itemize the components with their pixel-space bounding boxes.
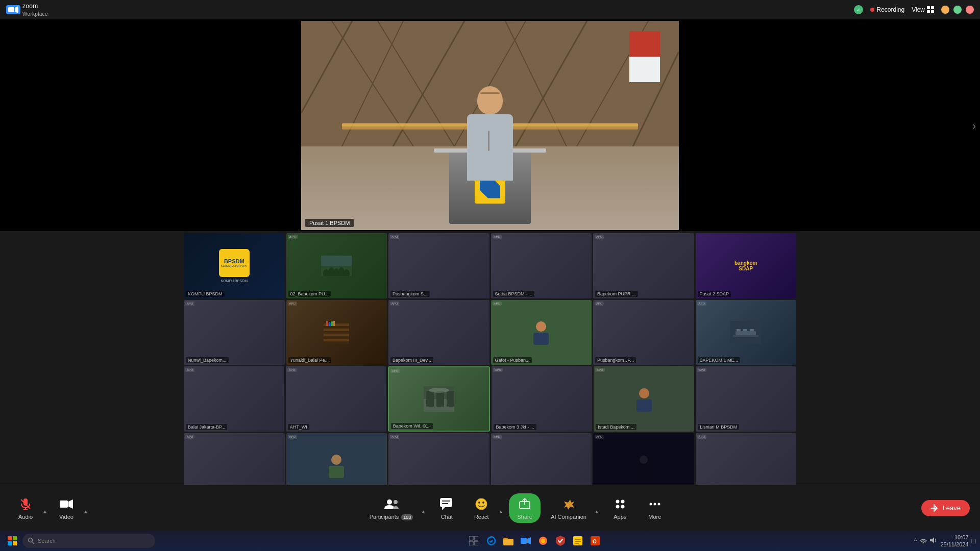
svg-rect-35 [733,335,758,337]
date-display: 25/11/2024 [940,541,968,548]
toolbar-right: Leave [921,500,970,516]
close-button[interactable]: × [966,6,974,14]
windows-taskbar: Search [0,531,980,551]
svg-rect-46 [636,399,652,412]
leave-label: Leave [943,504,961,512]
participants-count: 103 [401,514,413,520]
thumb-bapekom-pu[interactable]: APU 02_Bapekom PU... [286,233,387,298]
view-button[interactable]: View [912,6,934,13]
thumb-istadi[interactable]: APU Istadi Bapekom ... [594,366,694,432]
svg-rect-81 [474,536,478,540]
apps-label: Apps [614,514,626,520]
svg-rect-28 [329,322,330,326]
svg-point-64 [478,502,480,504]
antivirus-icon[interactable] [553,534,568,548]
task-view-button[interactable] [467,534,481,548]
thumb-bapekom-pupr[interactable]: APU Bapekom PUPR ... [593,233,694,298]
thumb-label: Bapekom III_Dev... [390,357,433,363]
participants-caret[interactable]: ▲ [419,505,427,524]
thumb-label: Pusbangkom S... [390,291,430,297]
leave-button[interactable]: Leave [921,500,970,516]
thumb-label: KOMPU BPSDM [186,291,225,297]
svg-marker-56 [68,499,73,509]
svg-rect-27 [326,321,328,326]
file-explorer-icon[interactable] [501,534,516,548]
svg-rect-83 [474,541,478,545]
next-page-arrow[interactable]: › [972,119,976,131]
apps-button[interactable]: Apps [605,492,635,524]
thumb-yunaldi[interactable]: APU Yunaldi_Balai Pe... [286,300,387,365]
svg-rect-29 [331,321,333,326]
react-caret[interactable]: ▲ [497,505,505,524]
svg-point-72 [653,503,656,505]
ai-companion-caret[interactable]: ▲ [593,505,601,524]
audio-label: Audio [18,514,33,520]
participants-button[interactable]: Participants 103 [363,492,420,524]
audio-caret[interactable]: ▲ [41,505,49,524]
system-tray: ^ 10:07 25/11/2024 □ [914,534,976,548]
thumb-bpsdm-main[interactable]: BPSDM KEMENTERIAN PUPR KOMPU BPSDM KOMPU… [184,233,285,298]
more-icon [647,496,663,512]
video-label: Video [59,514,74,520]
thumb-setba-bpsdm[interactable]: APU Setba BPSDM - ... [491,233,592,298]
toolbar-left: Audio ▲ Video ▲ [10,492,112,524]
thumb-bapekom-wil-ix[interactable]: APU Bapekom Wil. IX... [388,366,491,432]
participants-label: Participants 103 [370,514,413,520]
svg-point-63 [476,498,487,510]
thumb-pusat2-sdap[interactable]: bangkomSDAP Pusat 2 SDAP [696,233,797,298]
chevron-up-icon[interactable]: ^ [914,537,917,544]
thumb-aht-wi[interactable]: APU AHT_WI [286,366,386,432]
window-controls: − □ × [941,6,974,14]
svg-rect-38 [750,329,754,331]
taskbar-search-bar[interactable]: Search [22,534,155,548]
sticky-notes-icon[interactable] [571,534,585,548]
participants-icon [384,496,399,512]
video-icon [59,496,74,512]
audio-btn-group: Audio ▲ [10,492,49,524]
start-button[interactable] [4,533,20,549]
share-icon [517,496,532,512]
volume-icon[interactable] [930,537,937,545]
thumb-balai-jakarta[interactable]: APU Balai Jakarta-BP... [184,366,284,432]
office-icon[interactable]: O [588,534,602,548]
taskbar-icons: O [467,534,602,548]
speaker-figure [454,86,526,188]
video-caret[interactable]: ▲ [82,505,90,524]
ai-companion-label: AI Companion [551,514,586,520]
chat-button[interactable]: Chat [431,492,462,524]
zoom-logo: zoom Workplace [6,2,48,17]
thumb-pusbangkom-s[interactable]: APU Pusbangkom S... [388,233,489,298]
more-button[interactable]: More [640,492,670,524]
thumb-bapekom3-jkt[interactable]: APU Bapekom 3 Jkt - ... [492,366,592,432]
audio-button[interactable]: Audio [10,492,41,524]
svg-rect-0 [8,7,14,12]
thumb-label: Istadi Bapekom ... [596,424,636,430]
share-button[interactable]: Share [509,493,541,523]
firefox-icon[interactable] [536,534,550,548]
react-button[interactable]: React [466,492,497,524]
clock[interactable]: 10:07 25/11/2024 [940,534,968,548]
svg-rect-48 [329,466,344,478]
zoom-taskbar-icon[interactable] [519,534,533,548]
thumb-bapekom1-me[interactable]: APU BAPEKOM 1 ME... [696,300,797,365]
svg-rect-55 [60,500,68,508]
chat-icon [439,496,454,512]
thumb-lisniari[interactable]: APU Lisniari M BPSDM [696,366,796,432]
thumb-nunwi[interactable]: APU Nunwi_Bapekom... [184,300,285,365]
network-icon[interactable] [920,537,927,545]
minimize-button[interactable]: − [941,6,949,14]
svg-rect-32 [533,333,549,345]
svg-rect-59 [440,498,452,507]
thumb-gatot[interactable]: APU Gatot - Pusban... [491,300,592,365]
thumb-bapekom-iii[interactable]: APU Bapekom III_Dev... [388,300,489,365]
video-button[interactable]: Video [51,492,82,524]
maximize-button[interactable]: □ [953,6,962,14]
time-display: 10:07 [940,534,968,541]
ai-companion-button[interactable]: AI Companion [545,492,593,524]
notifications-icon[interactable]: □ [972,537,976,545]
thumb-pusbangkom-jp[interactable]: APU Pusbangkom JP... [593,300,694,365]
thumb-label: Pusbangkom JP... [595,357,636,363]
taskbar-left: Search [4,533,155,549]
edge-browser-icon[interactable] [484,534,498,548]
svg-point-44 [429,388,449,393]
